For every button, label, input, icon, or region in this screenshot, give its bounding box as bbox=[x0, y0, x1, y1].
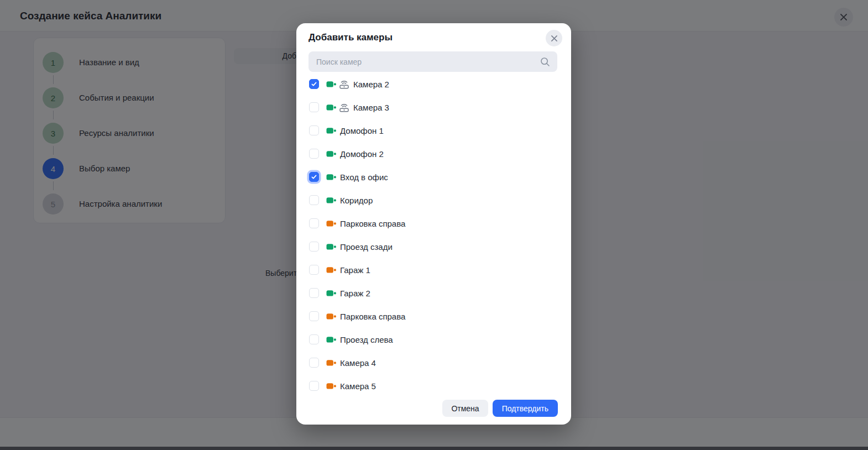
camera-checkbox[interactable] bbox=[309, 358, 319, 368]
camera-status-icon bbox=[326, 80, 336, 88]
camera-checkbox[interactable] bbox=[309, 125, 319, 135]
search-icon bbox=[540, 56, 551, 67]
camera-list-item[interactable]: Камера 2 bbox=[296, 72, 571, 96]
camera-status-icon bbox=[326, 382, 336, 390]
camera-status-icon bbox=[326, 336, 336, 344]
camera-name: Домофон 2 bbox=[340, 149, 384, 159]
camera-checkbox[interactable] bbox=[309, 311, 319, 321]
camera-status-icon bbox=[326, 359, 336, 367]
camera-name: Гараж 2 bbox=[340, 289, 370, 298]
camera-list-item[interactable]: Парковка справа bbox=[296, 212, 571, 235]
camera-checkbox[interactable] bbox=[309, 149, 319, 159]
camera-list-item[interactable]: Коридор bbox=[296, 189, 571, 212]
camera-status-icon bbox=[326, 127, 336, 135]
modal-title: Добавить камеры bbox=[308, 32, 393, 43]
camera-status-icon bbox=[326, 173, 336, 181]
camera-list-item[interactable]: Проезд сзади bbox=[296, 235, 571, 258]
camera-list-item[interactable]: Домофон 2 bbox=[296, 142, 571, 165]
wireless-device-icon bbox=[339, 103, 349, 112]
camera-status-icon bbox=[326, 243, 336, 251]
camera-list-item[interactable]: Домофон 1 bbox=[296, 119, 571, 142]
wireless-device-icon bbox=[339, 80, 349, 89]
camera-checkbox[interactable] bbox=[309, 79, 319, 89]
cancel-button[interactable]: Отмена bbox=[442, 400, 488, 417]
camera-list: Камера 2 Камера 3 Домофон 1 bbox=[296, 72, 571, 397]
camera-list-item[interactable]: Камера 3 bbox=[296, 96, 571, 119]
camera-name: Камера 4 bbox=[340, 358, 376, 368]
camera-status-icon bbox=[326, 219, 336, 228]
camera-list-item[interactable]: Камера 4 bbox=[296, 351, 571, 374]
camera-name: Домофон 1 bbox=[340, 126, 384, 135]
camera-checkbox[interactable] bbox=[309, 102, 319, 112]
camera-name: Вход в офис bbox=[340, 172, 388, 182]
camera-name: Гараж 1 bbox=[340, 265, 370, 275]
camera-list-item[interactable]: Камера 5 bbox=[296, 374, 571, 397]
confirm-button[interactable]: Подтвердить bbox=[493, 400, 558, 417]
camera-name: Парковка справа bbox=[340, 219, 405, 228]
camera-list-item[interactable]: Гараж 1 bbox=[296, 258, 571, 281]
modal-close-button[interactable] bbox=[546, 30, 562, 46]
camera-checkbox[interactable] bbox=[309, 195, 319, 205]
camera-name: Проезд слева bbox=[340, 335, 393, 344]
camera-status-icon bbox=[326, 150, 336, 158]
camera-status-icon bbox=[326, 266, 336, 274]
camera-checkbox[interactable] bbox=[309, 172, 319, 182]
camera-name: Камера 5 bbox=[340, 381, 376, 391]
camera-status-icon bbox=[326, 289, 336, 297]
camera-name: Камера 3 bbox=[353, 103, 389, 112]
modal-footer: Отмена Подтвердить bbox=[296, 400, 571, 417]
camera-list-item[interactable]: Проезд слева bbox=[296, 328, 571, 351]
camera-checkbox[interactable] bbox=[309, 265, 319, 275]
add-cameras-modal: Добавить камеры Камера 2 bbox=[296, 23, 571, 425]
camera-search bbox=[308, 51, 557, 72]
camera-list-item[interactable]: Гараж 2 bbox=[296, 281, 571, 305]
camera-status-icon bbox=[326, 312, 336, 321]
camera-status-icon bbox=[326, 196, 336, 205]
camera-list-item[interactable]: Вход в офис bbox=[296, 165, 571, 189]
camera-name: Камера 2 bbox=[353, 80, 389, 89]
camera-list-item[interactable]: Парковка справа bbox=[296, 305, 571, 328]
camera-status-icon bbox=[326, 103, 336, 112]
camera-checkbox[interactable] bbox=[309, 334, 319, 344]
camera-name: Коридор bbox=[340, 196, 373, 205]
camera-name: Проезд сзади bbox=[340, 242, 393, 252]
camera-search-input[interactable] bbox=[308, 51, 536, 72]
close-icon bbox=[551, 35, 558, 42]
camera-checkbox[interactable] bbox=[309, 381, 319, 391]
camera-checkbox[interactable] bbox=[309, 218, 319, 228]
camera-checkbox[interactable] bbox=[309, 242, 319, 252]
camera-checkbox[interactable] bbox=[309, 288, 319, 298]
camera-name: Парковка справа bbox=[340, 312, 405, 321]
